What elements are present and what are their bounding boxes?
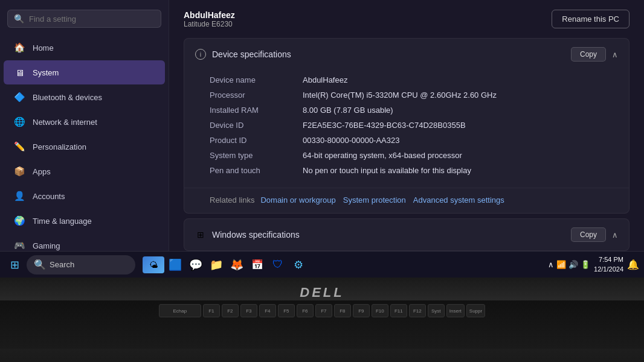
sidebar-apps-label: Apps [33, 167, 51, 176]
taskbar-date: 12/1/2024 [594, 265, 623, 274]
spec-label: System type [210, 151, 288, 160]
taskbar-firefox-icon[interactable]: 🦊 [227, 255, 246, 275]
spec-value: 8.00 GB (7.87 GB usable) [303, 106, 618, 115]
taskbar-wifi-icon[interactable]: 📶 [556, 260, 566, 269]
key-escape[interactable]: Echap [159, 304, 201, 317]
info-icon: i [195, 49, 206, 60]
spec-label: Installed RAM [210, 106, 288, 115]
related-links-label: Related links [210, 195, 254, 205]
spec-label: Device ID [210, 121, 288, 130]
sidebar-item-system[interactable]: 🖥 System [4, 60, 165, 84]
taskbar-pinned-apps: 🌤 🟦 💬 📁 🦊 📅 🛡 ⚙ [143, 255, 308, 275]
spec-label: Processor [210, 91, 288, 100]
key-f12[interactable]: F12 [409, 304, 426, 317]
taskbar-teams-icon[interactable]: 💬 [186, 255, 205, 275]
spec-value: Intel(R) Core(TM) i5-3320M CPU @ 2.60GHz… [303, 91, 618, 100]
sidebar-bluetooth-icon: 🔷 [13, 91, 25, 103]
windows-specs-copy-button[interactable]: Copy [571, 227, 606, 242]
sidebar-item-network[interactable]: 🌐 Network & internet [4, 110, 165, 134]
taskbar: ⊞ 🔍 Search 🌤 🟦 💬 📁 🦊 📅 🛡 ⚙ ∧ 📶 🔊 🔋 7:54 … [0, 251, 644, 278]
sidebar-time-label: Time & language [33, 217, 92, 226]
device-specs-title: Device specifications [212, 49, 291, 59]
taskbar-search-box[interactable]: 🔍 Search [27, 255, 135, 275]
settings-sidebar: 🔍 🏠 Home 🖥 System 🔷 Bluetooth & devices … [0, 0, 169, 278]
taskbar-vpn-icon[interactable]: 🛡 [268, 255, 288, 275]
sidebar-personalization-label: Personalization [33, 142, 86, 151]
windows-specs-header[interactable]: ⊞ Windows specifications Copy ∧ [184, 219, 629, 250]
key-f1[interactable]: F1 [203, 304, 220, 317]
key-f10[interactable]: F10 [372, 304, 388, 317]
key-f6[interactable]: F6 [297, 304, 314, 317]
spec-row: System type 64-bit operating system, x64… [210, 148, 618, 163]
taskbar-weather-icon[interactable]: 🌤 [143, 256, 164, 273]
sidebar-item-accounts[interactable]: 👤 Accounts [4, 184, 165, 208]
taskbar-calendar-icon[interactable]: 📅 [248, 255, 267, 275]
key-insert[interactable]: Insert [446, 304, 465, 317]
key-f9[interactable]: F9 [353, 304, 370, 317]
sidebar-item-home[interactable]: 🏠 Home [4, 36, 165, 60]
taskbar-time[interactable]: 7:54 PM 12/1/2024 [594, 255, 623, 274]
related-link-domain[interactable]: Domain or workgroup [260, 195, 335, 205]
page-header-user: AbdulHafeez Latitude E6230 [184, 10, 235, 28]
spec-row: Processor Intel(R) Core(TM) i5-3320M CPU… [210, 87, 618, 103]
spec-row: Pen and touch No pen or touch input is a… [210, 163, 618, 178]
windows-specs-chevron-icon: ∧ [612, 230, 618, 240]
sidebar-item-time[interactable]: 🌍 Time & language [4, 209, 165, 233]
key-f5[interactable]: F5 [278, 304, 295, 317]
sidebar-item-personalization[interactable]: ✏️ Personalization [4, 135, 165, 159]
windows-start-button[interactable]: ⊞ [5, 255, 24, 275]
header-user-name: AbdulHafeez [184, 10, 235, 20]
sidebar-item-apps[interactable]: 📦 Apps [4, 159, 165, 183]
key-f7[interactable]: F7 [315, 304, 332, 317]
dell-logo: DELL [300, 285, 344, 300]
key-f11[interactable]: F11 [390, 304, 407, 317]
device-specs-copy-button[interactable]: Copy [571, 47, 606, 62]
keyboard-area: Echap F1 F2 F3 F4 F5 F6 F7 F8 F9 F10 F11… [0, 300, 644, 349]
taskbar-notification-icon[interactable]: 🔔 [627, 259, 639, 270]
spec-row: Installed RAM 8.00 GB (7.87 GB usable) [210, 103, 618, 118]
sidebar-personalization-icon: ✏️ [13, 141, 25, 153]
spec-row: Device name AbdulHafeez [210, 72, 618, 87]
search-icon: 🔍 [14, 14, 24, 24]
windows-specs-title: Windows specifications [212, 230, 300, 240]
key-f3[interactable]: F3 [240, 304, 257, 317]
section-header-right: Copy ∧ [571, 47, 618, 62]
spec-value: 00330-80000-00000-AA323 [303, 136, 618, 145]
spec-label: Pen and touch [210, 166, 288, 175]
sidebar-system-icon: 🖥 [13, 66, 25, 78]
taskbar-right: ∧ 📶 🔊 🔋 7:54 PM 12/1/2024 🔔 [548, 255, 639, 274]
key-f2[interactable]: F2 [222, 304, 239, 317]
device-specs-card: i Device specifications Copy ∧ Device na… [184, 38, 630, 214]
sidebar-apps-icon: 📦 [13, 165, 25, 177]
key-suppr[interactable]: Suppr [466, 304, 485, 317]
related-link-protection[interactable]: System protection [343, 195, 406, 205]
spec-value: 64-bit operating system, x64-based proce… [303, 151, 618, 160]
spec-row: Device ID F2EA5E3C-76BE-4329-BC63-C74D28… [210, 118, 618, 133]
sidebar-home-label: Home [33, 43, 54, 52]
win-section-header-right: Copy ∧ [571, 227, 618, 242]
spec-value: AbdulHafeez [303, 75, 618, 84]
sidebar-bluetooth-label: Bluetooth & devices [33, 93, 102, 102]
related-link-advanced[interactable]: Advanced system settings [413, 195, 504, 205]
key-sysrq[interactable]: Syst [428, 304, 445, 317]
device-specs-header[interactable]: i Device specifications Copy ∧ [184, 39, 629, 70]
taskbar-battery-icon[interactable]: 🔋 [581, 260, 590, 269]
taskbar-files-icon[interactable]: 📁 [207, 255, 226, 275]
taskbar-settings-icon[interactable]: ⚙ [289, 255, 308, 275]
taskbar-chevron-icon[interactable]: ∧ [548, 260, 554, 269]
sidebar-gaming-icon: 🎮 [13, 240, 25, 252]
specs-table: Device name AbdulHafeez Processor Intel(… [184, 70, 629, 188]
sidebar-item-bluetooth[interactable]: 🔷 Bluetooth & devices [4, 85, 165, 109]
taskbar-edge-icon[interactable]: 🟦 [166, 255, 185, 275]
taskbar-volume-icon[interactable]: 🔊 [568, 260, 578, 269]
rename-pc-button[interactable]: Rename this PC [552, 10, 630, 28]
search-input[interactable] [29, 14, 155, 24]
key-f4[interactable]: F4 [259, 304, 276, 317]
sidebar-network-icon: 🌐 [13, 116, 25, 128]
key-f8[interactable]: F8 [334, 304, 351, 317]
laptop-chassis: DELL Echap F1 F2 F3 F4 F5 F6 F7 F8 F9 F1… [0, 278, 644, 362]
sidebar-time-icon: 🌍 [13, 215, 25, 227]
main-content: AbdulHafeez Latitude E6230 Rename this P… [169, 0, 644, 278]
windows-specs-card: ⊞ Windows specifications Copy ∧ [184, 218, 630, 251]
search-box[interactable]: 🔍 [7, 10, 161, 28]
